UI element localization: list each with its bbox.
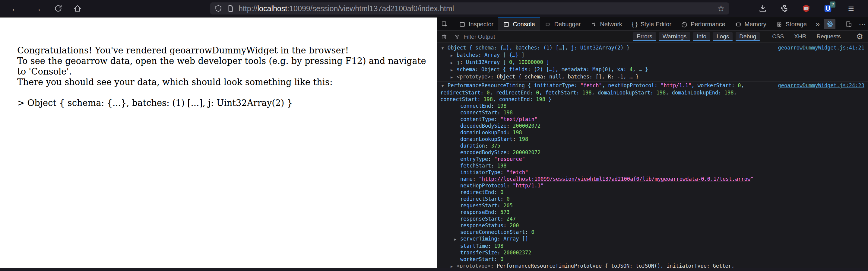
ublock-origin-icon[interactable]: uO: [802, 4, 811, 13]
filter-xhr-button[interactable]: XHR: [790, 32, 810, 41]
source-location-link[interactable]: geoarrowDummyWidget.js:24:23: [778, 82, 864, 89]
console-token: , domainLookupEnd:: [665, 90, 724, 96]
filter-css-button[interactable]: CSS: [769, 32, 787, 41]
bookmark-star-icon[interactable]: ☆: [717, 4, 725, 13]
tab-console[interactable]: Console: [498, 18, 539, 30]
console-line: redirectEnd: 0: [437, 189, 868, 195]
console-token: "fetch": [507, 169, 528, 175]
console-line: domainLookupStart: 198: [437, 136, 868, 143]
console-token: ": [478, 176, 482, 182]
expand-toggle-icon[interactable]: ▶: [451, 67, 457, 73]
extension-devtools-atom-icon[interactable]: [824, 19, 835, 29]
devtools-tabbar: Inspector Console Debugger Network { } S…: [437, 18, 868, 31]
back-icon[interactable]: ←: [9, 3, 21, 13]
console-token: :: [497, 236, 503, 242]
filter-errors-button[interactable]: Errors: [633, 32, 656, 41]
expand-toggle-icon[interactable]: ▶: [451, 59, 457, 66]
console-token: :: [475, 66, 481, 72]
console-line: connectEnd: 198: [437, 102, 868, 109]
console-token: connectStart:: [440, 96, 484, 102]
performance-icon: [681, 21, 688, 28]
page-text-line3: There you should see your data, which sh…: [17, 77, 437, 88]
expand-toggle-icon[interactable]: ▼: [441, 45, 447, 52]
console-line: initiatorType: "fetch": [437, 169, 868, 176]
tab-label: Debugger: [554, 21, 581, 28]
filter-requests-button[interactable]: Requests: [813, 32, 844, 41]
console-token: <prototype>: [457, 73, 491, 80]
tab-inspector[interactable]: Inspector: [454, 18, 498, 30]
tracking-shield-icon[interactable]: [214, 4, 222, 12]
console-token: responseEnd: [460, 209, 494, 215]
home-icon[interactable]: [73, 4, 82, 13]
page-info-icon[interactable]: [226, 4, 234, 12]
console-token: 198: [484, 96, 493, 102]
expand-toggle-icon[interactable]: ▼: [441, 83, 447, 89]
tab-label: Inspector: [469, 21, 493, 28]
console-token: }: [545, 96, 551, 102]
tab-storage[interactable]: Storage: [771, 18, 812, 30]
console-token: , redirectEnd:: [490, 90, 536, 96]
password-vault-icon[interactable]: 2: [824, 4, 832, 13]
filter-logs-button[interactable]: Logs: [713, 32, 733, 41]
separator: [764, 33, 764, 40]
console-token: requestStart: [460, 203, 497, 209]
console-line: ▶<prototype>: PerformanceResourceTimingP…: [437, 263, 868, 268]
console-line: responseEnd: 573: [437, 209, 868, 215]
console-token: 200: [510, 222, 519, 229]
console-token: :: [494, 256, 500, 262]
tab-network[interactable]: Network: [586, 18, 627, 30]
console-output[interactable]: ▼Object { schema: {…}, batches: (1) […],…: [437, 43, 868, 268]
console-line: encodedBodySize: 200002072: [437, 149, 868, 156]
console-line: redirectStart: 0: [437, 195, 868, 202]
console-token: :: [507, 149, 513, 155]
forward-icon[interactable]: →: [31, 3, 43, 13]
console-token: PerformanceResourceTiming { initiatorTyp…: [447, 82, 580, 88]
page-text-line2: To see the geoarrow data, open the web d…: [17, 56, 437, 77]
page-example-output: > Object { schema: {...}, batches: (1) […: [17, 98, 437, 108]
filter-warnings-button[interactable]: Warnings: [659, 32, 690, 41]
console-line: responseStart: 247: [437, 215, 868, 222]
source-location-link[interactable]: geoarrowDummyWidget.js:41:21: [778, 44, 864, 51]
expand-toggle-icon[interactable]: ▶: [454, 236, 460, 243]
url-text[interactable]: http://localhost:10099/session/viewhtml1…: [239, 4, 714, 13]
downloads-icon[interactable]: [758, 4, 767, 13]
extensions-puzzle-icon[interactable]: [780, 4, 789, 13]
reload-icon[interactable]: [54, 4, 63, 13]
filter-debug-button[interactable]: Debug: [736, 32, 760, 41]
console-token: 200002072: [513, 149, 540, 155]
tab-memory[interactable]: Memory: [730, 18, 771, 30]
console-token: :: [478, 52, 484, 58]
clear-console-trash-icon[interactable]: [437, 33, 451, 40]
tab-style-editor[interactable]: { } Style Editor: [627, 18, 676, 30]
responsive-design-mode-icon[interactable]: [843, 19, 855, 29]
tab-debugger[interactable]: Debugger: [540, 18, 586, 30]
expand-toggle-icon[interactable]: ▶: [451, 74, 457, 81]
console-token: , workerStart:: [691, 82, 738, 88]
console-token: 247: [507, 216, 516, 222]
filter-info-button[interactable]: Info: [693, 32, 710, 41]
console-token: Array [ {…} ]: [484, 52, 525, 58]
svg-text:uO: uO: [804, 6, 808, 10]
devtools-meatball-menu-icon[interactable]: ⋯: [857, 20, 868, 28]
filter-placeholder: Filter Output: [464, 33, 495, 40]
console-token: 198: [724, 90, 734, 96]
filter-output-input[interactable]: Filter Output: [454, 33, 633, 40]
console-settings-gear-icon[interactable]: ⚙: [853, 32, 868, 41]
console-token: startTime: [460, 243, 488, 249]
tab-label: Memory: [745, 21, 766, 28]
console-token: secureConnectionStart: [460, 229, 525, 235]
menu-hamburger-icon[interactable]: ≡: [845, 3, 857, 14]
more-tabs-chevron-icon[interactable]: »: [812, 18, 824, 30]
console-token: 0: [738, 82, 741, 88]
tab-performance[interactable]: Performance: [676, 18, 730, 30]
pick-element-icon[interactable]: [437, 18, 452, 30]
console-token: contentType: [460, 116, 494, 122]
console-token: :: [494, 189, 500, 195]
console-token: , domainLookupStart:: [592, 90, 657, 96]
url-bar[interactable]: http://localhost:10099/session/viewhtml1…: [210, 2, 729, 14]
resource-url-link[interactable]: http://localhost:10099/session/viewhtml1…: [482, 176, 750, 182]
expand-toggle-icon[interactable]: ▶: [451, 52, 457, 59]
expand-toggle-icon[interactable]: ▶: [451, 263, 457, 268]
console-token: responseStart: [460, 216, 500, 222]
console-token: duration: [460, 143, 485, 149]
